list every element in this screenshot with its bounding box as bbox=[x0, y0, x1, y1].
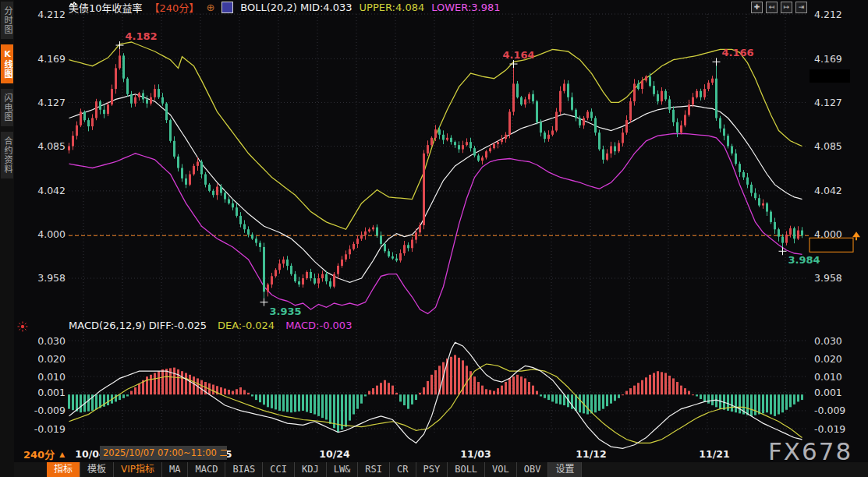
svg-text:4.169: 4.169 bbox=[814, 53, 842, 65]
svg-text:4.000: 4.000 bbox=[37, 228, 66, 240]
svg-text:0.030: 0.030 bbox=[814, 335, 842, 347]
toolbar-item-10[interactable]: CR bbox=[390, 462, 416, 477]
toolbar-item-2[interactable]: VIP指标 bbox=[114, 462, 162, 477]
sidebar-tab-3[interactable]: 合约资料 bbox=[1, 132, 13, 178]
bollinger-bands bbox=[69, 42, 802, 313]
svg-text:0.030: 0.030 bbox=[37, 335, 66, 347]
macd-legend: MACD(26,12,9) DIFF:-0.025 DEA:-0.024 MAC… bbox=[69, 320, 352, 331]
svg-text:4.169: 4.169 bbox=[37, 53, 66, 65]
toolbar-item-6[interactable]: CCI bbox=[263, 462, 295, 477]
svg-text:-0.019: -0.019 bbox=[814, 423, 845, 435]
watermark: FX678 bbox=[768, 437, 852, 465]
bar-info-tooltip: 2025/10/07 07:00~11:00 二 bbox=[100, 446, 227, 460]
svg-text:0.001: 0.001 bbox=[814, 387, 842, 398]
boll-mid-band bbox=[69, 94, 802, 282]
price-up-arrow-icon bbox=[852, 231, 860, 237]
link-icon[interactable]: ⊕ bbox=[206, 2, 214, 12]
svg-text:0.020: 0.020 bbox=[37, 353, 66, 365]
indicator-toolbar: 指标模板VIP指标MAMACDBIASCCIKDJLW&RSICRPSYBOLL… bbox=[14, 462, 868, 477]
svg-text:11/03: 11/03 bbox=[460, 448, 491, 460]
svg-text:4.182: 4.182 bbox=[126, 30, 158, 42]
toolbar-item-1[interactable]: 模板 bbox=[80, 462, 114, 477]
chart-header: 美债10年收益率 【240分】 ⊕ BOLL(20,2) MID:4.033 U… bbox=[69, 1, 501, 14]
period-selector-label: 240分 bbox=[23, 447, 55, 461]
boll-upper-legend: UPPER:4.084 bbox=[360, 2, 425, 13]
svg-text:0.010: 0.010 bbox=[814, 371, 842, 383]
svg-text:4.085: 4.085 bbox=[37, 140, 66, 152]
svg-text:3.958: 3.958 bbox=[37, 272, 66, 284]
chart-type-sidebar: 分时图K线图闪电图合约资料 bbox=[0, 0, 14, 477]
svg-text:0.001: 0.001 bbox=[37, 387, 66, 398]
axis-scale-right-icon[interactable]: ↦ bbox=[781, 2, 792, 13]
toolbar-item-9[interactable]: RSI bbox=[358, 462, 390, 477]
svg-text:4.127: 4.127 bbox=[814, 97, 842, 108]
toolbar-item-11[interactable]: PSY bbox=[416, 462, 448, 477]
shift-right-icon[interactable]: ⇥ bbox=[795, 2, 807, 13]
svg-text:4.166: 4.166 bbox=[722, 47, 754, 58]
svg-text:4.212: 4.212 bbox=[814, 9, 842, 20]
toolbar-item-13[interactable]: VOL bbox=[485, 462, 517, 477]
chevron-up-icon: ▲ bbox=[59, 450, 65, 458]
svg-text:4.085: 4.085 bbox=[814, 140, 842, 152]
svg-text:4.164: 4.164 bbox=[503, 49, 535, 61]
toolbar-item-8[interactable]: LW& bbox=[327, 462, 359, 477]
zigzag-icon bbox=[69, 1, 77, 9]
svg-text:4.042: 4.042 bbox=[37, 185, 66, 196]
toolbar-item-0[interactable]: 指标 bbox=[47, 462, 80, 477]
svg-text:4.212: 4.212 bbox=[37, 9, 66, 20]
macd-hist-legend: MACD:-0.003 bbox=[285, 320, 352, 331]
macd-diff-line bbox=[69, 342, 802, 448]
toolbar-item-12[interactable]: BOLL bbox=[448, 462, 485, 477]
toolbar-item-15[interactable]: 设置 bbox=[548, 462, 582, 477]
trading-chart-app: 4.1823.9354.1644.1663.9844.2124.2124.169… bbox=[0, 0, 868, 477]
instrument-title: 美债10年收益率 bbox=[69, 0, 143, 15]
toolbar-item-4[interactable]: MACD bbox=[188, 462, 225, 477]
svg-text:3.984: 3.984 bbox=[788, 254, 820, 266]
sidebar-tab-0[interactable]: 分时图 bbox=[1, 2, 13, 39]
sidebar-tab-2[interactable]: 闪电图 bbox=[1, 89, 13, 126]
chart-tool-icons: ✚↤↦⇥ bbox=[751, 2, 807, 13]
svg-text:0.020: 0.020 bbox=[814, 353, 842, 365]
svg-text:-0.009: -0.009 bbox=[814, 405, 845, 416]
svg-text:4.042: 4.042 bbox=[814, 185, 842, 196]
boll-lower-legend: LOWER:3.981 bbox=[431, 2, 500, 13]
toolbar-item-3[interactable]: MA bbox=[162, 462, 188, 477]
boll-legend: BOLL(20,2) MID:4.033 bbox=[240, 2, 352, 13]
svg-text:11/12: 11/12 bbox=[576, 448, 606, 460]
pan-icon[interactable]: ✚ bbox=[751, 2, 763, 13]
macd-main-legend: MACD(26,12,9) DIFF:-0.025 bbox=[69, 320, 207, 331]
sidebar-tab-1[interactable]: K线图 bbox=[1, 44, 13, 83]
mini-chart-icon[interactable] bbox=[221, 2, 233, 13]
axis-scale-left-icon[interactable]: ↤ bbox=[766, 2, 778, 13]
svg-text:-0.009: -0.009 bbox=[34, 405, 66, 416]
toolbar-item-7[interactable]: KDJ bbox=[295, 462, 327, 477]
extreme-annotations: 4.1823.9354.1644.1663.984 bbox=[116, 30, 820, 317]
period-selector[interactable]: 240分 ▲ bbox=[23, 447, 65, 461]
svg-text:11/21: 11/21 bbox=[699, 448, 729, 460]
svg-text:-0.019: -0.019 bbox=[34, 423, 66, 435]
svg-text:4.127: 4.127 bbox=[37, 97, 66, 108]
period-label: 【240分】 bbox=[150, 0, 200, 15]
svg-text:3.935: 3.935 bbox=[270, 306, 302, 317]
candles bbox=[68, 45, 803, 302]
toolbar-item-5[interactable]: BIAS bbox=[225, 462, 263, 477]
svg-text:10/24: 10/24 bbox=[319, 448, 350, 460]
macd-lines bbox=[69, 342, 802, 448]
toolbar-item-14[interactable]: OBV bbox=[517, 462, 549, 477]
macd-dea-legend: DEA:-0.024 bbox=[218, 320, 275, 331]
price-chart-canvas[interactable]: 4.1823.9354.1644.1663.9844.2124.2124.169… bbox=[0, 0, 868, 477]
svg-text:0.010: 0.010 bbox=[37, 371, 66, 383]
svg-text:3.958: 3.958 bbox=[814, 272, 842, 284]
